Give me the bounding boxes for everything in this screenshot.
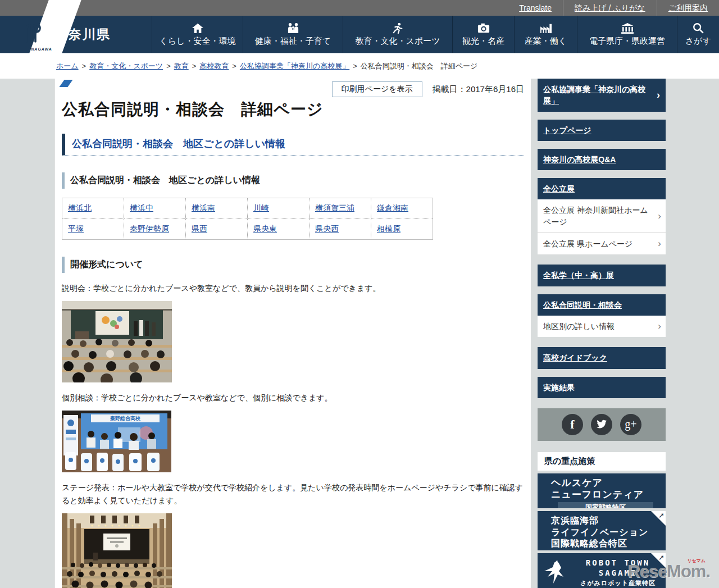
search-icon <box>693 22 704 34</box>
nav-item-industry[interactable]: 産業・働く <box>514 16 577 53</box>
banner-tag: 国家戦略特区 <box>558 502 653 508</box>
banner-line: 京浜臨海部 <box>551 516 599 525</box>
nav-item-egov[interactable]: 電子県庁・県政運営 <box>577 16 677 53</box>
district-link-yokohama-minami[interactable]: 横浜南 <box>192 203 215 212</box>
banner-keihin-life-innovation[interactable]: ➚ 京浜臨海部ライフイノベーション国際戦略総合特区 <box>538 511 666 550</box>
sidebar-item-zenkoritsuten-ken[interactable]: 全公立展 県ホームページ › <box>538 233 666 254</box>
photo-auditorium-stage <box>62 513 172 588</box>
photo-consultation-booth: 秦野総合高校 <box>62 411 171 472</box>
district-link-hiratsuka[interactable]: 平塚 <box>68 224 84 233</box>
chevron-right-icon: › <box>658 209 661 223</box>
breadcrumb-education[interactable]: 教育 <box>174 62 189 70</box>
sidebar-item-label: 高校ガイドブック <box>543 353 607 362</box>
sidebar: 公私協調事業「神奈川の高校展」 › トップページ 神奈川の高校展Q&A 全公立展… <box>538 79 666 588</box>
sidebar-item-guidebook[interactable]: 高校ガイドブック <box>538 347 666 368</box>
site-guide-link[interactable]: ご利用案内 <box>657 0 719 16</box>
breadcrumb-separator: > <box>166 62 171 70</box>
sidebar-item-label: 公私合同説明・相談会 <box>543 300 622 309</box>
sidebar-item-zenkoritsuten[interactable]: 全公立展 <box>538 178 666 199</box>
nav-item-label: 健康・福祉・子育て <box>255 36 331 47</box>
paragraph-kobetsu-soudan: 個別相談：学校ごとに分かれたブースや教室などで、個別に相談できます。 <box>62 391 524 405</box>
translate-link[interactable]: Translate <box>508 0 563 16</box>
nav-item-label: 産業・働く <box>525 36 567 47</box>
page: Translate 読み上げ / ふりがな ご利用案内 KANAGAWA 神奈川… <box>0 0 719 588</box>
breadcrumb-current: 公私合同説明・相談会 詳細ページ <box>361 62 478 70</box>
google-plus-icon[interactable]: g+ <box>620 414 641 435</box>
camera-icon <box>477 22 490 34</box>
nav-item-label: さがす <box>685 36 711 47</box>
watermark-ruby: リセマム <box>687 558 706 564</box>
government-building-icon <box>621 22 634 34</box>
publish-date: 掲載日：2017年6月16日 <box>433 84 524 95</box>
facebook-icon[interactable]: f <box>562 414 583 435</box>
twitter-icon[interactable] <box>591 414 612 435</box>
banner-line: 国際戦略総合特区 <box>551 539 627 548</box>
nav-item-label: くらし・安全・環境 <box>159 36 235 47</box>
breadcrumb-home[interactable]: ホーム <box>56 62 79 70</box>
sidebar-item-koukouten-qa[interactable]: 神奈川の高校展Q&A <box>538 149 666 170</box>
district-link-kenou-nishi[interactable]: 県央西 <box>315 224 339 233</box>
district-link-kensei[interactable]: 県西 <box>192 224 207 233</box>
breadcrumb-education-culture-sports[interactable]: 教育・文化・スポーツ <box>89 62 163 70</box>
nav-item-tourism[interactable]: 観光・名産 <box>452 16 514 53</box>
sidebar-item-label: 地区別の詳しい情報 <box>543 322 615 331</box>
utility-bar: Translate 読み上げ / ふりがな ご利用案内 <box>0 0 719 16</box>
print-page-button[interactable]: 印刷用ページを表示 <box>332 81 422 97</box>
sidebar-item-jisshi-kekka[interactable]: 実施結果 <box>538 377 666 398</box>
family-icon <box>286 22 301 34</box>
breadcrumb-highschool-education[interactable]: 高校教育 <box>199 62 229 70</box>
breadcrumb-separator: > <box>232 62 236 70</box>
district-link-kamakura-shonan[interactable]: 鎌倉湘南 <box>377 203 408 212</box>
paragraph-setsumeikai: 説明会：学校ごとに分かれたブースや教室などで、教員から説明を聞くことができます。 <box>62 282 524 295</box>
chevron-right-icon: › <box>658 237 661 251</box>
robot-bird-icon <box>542 560 570 586</box>
breadcrumb-koshi-kyocho[interactable]: 公私協調事業「神奈川の高校展」 <box>240 62 349 70</box>
sidebar-item-label: 全公立展 県ホームページ <box>543 239 632 248</box>
sidebar-item-koshi-godo-setsumeikai[interactable]: 公私合同説明・相談会 <box>538 294 666 316</box>
nav-item-search[interactable]: さがす <box>677 16 719 53</box>
page-body: 印刷用ページを表示 掲載日：2017年6月16日 公私合同説明・相談会 詳細ペー… <box>0 79 719 588</box>
nav-item-education[interactable]: 教育・文化・スポーツ <box>343 16 452 53</box>
banner-line: ライフイノベーション <box>551 527 648 537</box>
district-link-kawasaki[interactable]: 川崎 <box>253 203 269 212</box>
social-share-box: f g+ <box>538 408 666 441</box>
sidebar-item-koshi-kyocho-jigyo[interactable]: 公私協調事業「神奈川の高校展」 › <box>538 79 666 112</box>
sidebar-item-chikubetsu-joho[interactable]: 地区別の詳しい情報 › <box>538 316 666 337</box>
brand-home-link[interactable]: KANAGAWA 神奈川県 <box>0 16 152 53</box>
sidebar-item-label: 実施結果 <box>543 383 575 392</box>
factory-icon <box>539 22 553 34</box>
sidebar-item-zenkoritsuten-shimbun[interactable]: 全公立展 神奈川新聞社ホームページ › <box>538 199 666 233</box>
section-title: 公私合同説明・相談会 地区ごとの詳しい情報 <box>62 134 524 156</box>
sidebar-item-label: 全公立展 神奈川新聞社ホームページ <box>543 206 648 226</box>
breadcrumb-separator: > <box>82 62 87 70</box>
district-link-yokosuka-miura[interactable]: 横須賀三浦 <box>315 203 354 212</box>
global-nav: KANAGAWA 神奈川県 くらし・安全・環境 健康・福祉・子育て 教育・文化・… <box>0 16 719 53</box>
district-link-kenou-higashi[interactable]: 県央東 <box>253 224 277 233</box>
watermark-text: ReseMom. <box>627 562 710 581</box>
sidebar-item-label: 公私協調事業「神奈川の高校展」 <box>543 85 645 105</box>
sidebar-item-top-page[interactable]: トップページ <box>538 120 666 141</box>
district-link-hadano-isehara[interactable]: 秦野伊勢原 <box>130 224 169 233</box>
sidebar-item-zenshigaku-ten[interactable]: 全私学（中・高）展 <box>538 265 666 286</box>
nav-item-health[interactable]: 健康・福祉・子育て <box>243 16 343 53</box>
table-row: 平塚 秦野伊勢原 県西 県央東 県央西 相模原 <box>62 219 433 240</box>
svg-text:秦野総合高校: 秦野総合高校 <box>110 416 141 421</box>
main-content: 印刷用ページを表示 掲載日：2017年6月16日 公私合同説明・相談会 詳細ペー… <box>54 79 531 588</box>
nav-item-living[interactable]: くらし・安全・環境 <box>152 16 243 53</box>
sidebar-item-label: トップページ <box>543 126 591 135</box>
district-link-sagamihara[interactable]: 相模原 <box>377 224 401 233</box>
featured-policies-header: 県の重点施策 <box>538 452 666 471</box>
district-link-yokohama-kita[interactable]: 横浜北 <box>68 203 92 212</box>
external-link-arrow-icon: ➚ <box>658 553 665 562</box>
resemom-watermark: リセマム ReseMom. <box>627 562 710 582</box>
district-link-yokohama-naka[interactable]: 横浜中 <box>130 203 153 212</box>
format-heading: 開催形式について <box>62 257 524 273</box>
paragraph-stage-happyou: ステージ発表：ホールや大教室で学校が交代で学校紹介をします。見たい学校の発表時間… <box>62 481 524 508</box>
sidebar-item-label: 全私学（中・高）展 <box>543 271 614 280</box>
district-link-table: 横浜北 横浜中 横浜南 川崎 横須賀三浦 鎌倉湘南 平塚 秦野伊勢原 県西 県央… <box>62 198 433 240</box>
page-title: 公私合同説明・相談会 詳細ページ <box>62 99 524 120</box>
breadcrumb-separator: > <box>353 62 357 70</box>
banner-healthcare-new-frontier[interactable]: ヘルスケアニューフロンティア 国家戦略特区 <box>538 473 666 508</box>
runner-icon <box>392 22 403 34</box>
readaloud-furigana-link[interactable]: 読み上げ / ふりがな <box>563 0 657 16</box>
